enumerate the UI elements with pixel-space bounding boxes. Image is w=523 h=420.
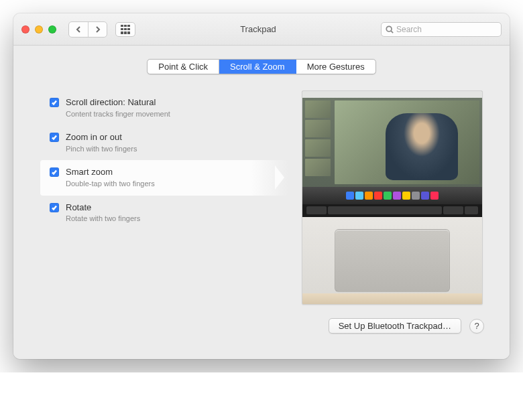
preview-desk	[302, 293, 482, 304]
chevron-left-icon	[75, 26, 82, 33]
traffic-lights	[21, 25, 56, 33]
tab-bar: Point & Click Scroll & Zoom More Gesture…	[13, 59, 510, 74]
option-label: Zoom in or out	[66, 132, 279, 143]
option-rotate[interactable]: Rotate Rotate with two fingers	[40, 196, 288, 230]
close-button[interactable]	[21, 25, 30, 33]
window-title: Trackpad	[141, 24, 375, 34]
preview-thumbnail	[305, 139, 331, 157]
checkbox-rotate[interactable]	[50, 203, 59, 212]
minimize-button[interactable]	[35, 25, 43, 33]
preview-thumbnail	[305, 100, 331, 118]
gesture-preview	[302, 90, 483, 305]
preview-trackpad-area	[302, 217, 482, 304]
preview-menubar	[302, 91, 482, 98]
preview-thumbnail	[305, 120, 331, 137]
checkbox-zoom[interactable]	[50, 133, 59, 142]
dock-icon	[430, 192, 439, 200]
titlebar: Trackpad	[13, 13, 510, 46]
option-scroll-direction[interactable]: Scroll direction: Natural Content tracks…	[40, 90, 288, 125]
svg-point-0	[386, 26, 392, 31]
option-description: Double-tap with two fingers	[66, 179, 279, 188]
dock-icon	[393, 192, 401, 200]
search-field[interactable]	[381, 22, 502, 37]
preview-touchbar	[302, 204, 482, 217]
dock-icon	[384, 192, 392, 200]
option-zoom[interactable]: Zoom in or out Pinch with two fingers	[40, 125, 288, 160]
segmented-control: Point & Click Scroll & Zoom More Gesture…	[147, 59, 375, 74]
show-all-button[interactable]	[115, 22, 135, 37]
checkmark-icon	[51, 169, 58, 176]
option-text: Smart zoom Double-tap with two fingers	[66, 167, 279, 188]
checkmark-icon	[51, 204, 58, 211]
preview-person	[386, 113, 458, 180]
touchbar-item	[306, 206, 327, 214]
checkmark-icon	[51, 134, 58, 141]
dock-icon	[402, 192, 410, 200]
search-input[interactable]	[396, 25, 497, 34]
search-icon	[386, 25, 394, 33]
option-description: Rotate with two fingers	[66, 214, 279, 223]
content-area: Point & Click Scroll & Zoom More Gesture…	[13, 46, 510, 359]
tab-point-click[interactable]: Point & Click	[148, 60, 219, 74]
option-smart-zoom[interactable]: Smart zoom Double-tap with two fingers	[40, 160, 288, 195]
grid-icon	[121, 25, 130, 34]
preview-photo	[335, 100, 479, 184]
zoom-button[interactable]	[48, 25, 56, 33]
preferences-window: Trackpad Point & Click Scroll & Zoom Mor…	[13, 13, 510, 359]
dock-icon	[346, 192, 354, 200]
option-text: Scroll direction: Natural Content tracks…	[66, 97, 279, 119]
dock-icon	[421, 192, 429, 200]
preview-trackpad	[335, 229, 450, 292]
option-text: Zoom in or out Pinch with two fingers	[66, 132, 279, 153]
options-list: Scroll direction: Natural Content tracks…	[40, 90, 288, 305]
checkmark-icon	[51, 99, 58, 106]
dock-icon	[374, 192, 382, 200]
preview-dock	[302, 187, 482, 204]
footer: Set Up Bluetooth Trackpad… ?	[13, 305, 510, 346]
option-description: Content tracks finger movement	[66, 109, 279, 119]
back-button[interactable]	[69, 22, 88, 37]
preview-screen	[302, 91, 482, 187]
preview-sidebar	[305, 100, 331, 184]
tab-more-gestures[interactable]: More Gestures	[296, 60, 375, 74]
checkbox-smart-zoom[interactable]	[50, 167, 59, 177]
dock-icon	[412, 192, 420, 200]
option-label: Rotate	[66, 202, 279, 214]
option-description: Pinch with two fingers	[66, 144, 279, 153]
setup-bluetooth-button[interactable]: Set Up Bluetooth Trackpad…	[329, 318, 461, 334]
checkbox-scroll-direction[interactable]	[50, 98, 59, 107]
dock-icon	[365, 192, 373, 200]
preview-thumbnail	[305, 159, 331, 176]
option-label: Smart zoom	[66, 167, 279, 178]
main-area: Scroll direction: Natural Content tracks…	[13, 90, 510, 305]
tab-scroll-zoom[interactable]: Scroll & Zoom	[219, 60, 296, 74]
touchbar-item	[443, 206, 463, 214]
nav-buttons	[68, 21, 107, 38]
help-button[interactable]: ?	[469, 319, 484, 334]
touchbar-item	[328, 206, 442, 214]
forward-button[interactable]	[88, 22, 107, 37]
chevron-right-icon	[95, 26, 101, 33]
svg-line-1	[391, 31, 393, 33]
dock-icon	[355, 192, 363, 200]
option-text: Rotate Rotate with two fingers	[66, 202, 279, 224]
touchbar-item	[465, 206, 478, 214]
option-label: Scroll direction: Natural	[66, 97, 279, 109]
